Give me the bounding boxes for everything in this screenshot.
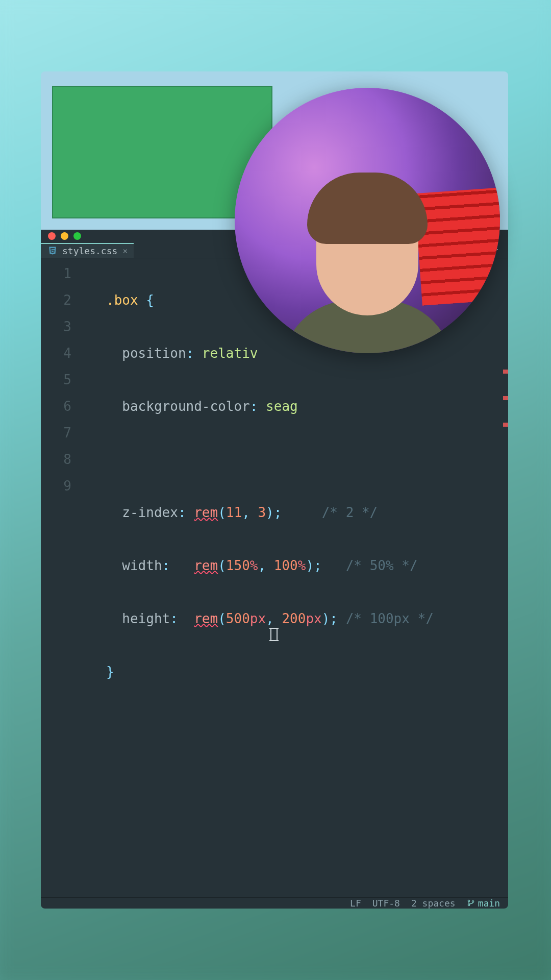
comment: /* 2 */ bbox=[322, 505, 378, 520]
git-branch-icon bbox=[467, 899, 475, 907]
number: 3 bbox=[258, 505, 266, 520]
close-window-button[interactable] bbox=[48, 232, 56, 240]
paren: ) bbox=[306, 558, 314, 573]
colon: : bbox=[170, 611, 194, 626]
colon: : bbox=[162, 558, 194, 573]
number: 100 bbox=[274, 558, 298, 573]
css-selector: .box bbox=[106, 292, 138, 308]
pad bbox=[338, 611, 346, 626]
status-encoding[interactable]: UTF-8 bbox=[372, 898, 400, 909]
brace: { bbox=[138, 292, 154, 308]
unit: % bbox=[250, 558, 258, 573]
paren: ( bbox=[218, 505, 226, 520]
text-cursor-icon bbox=[270, 628, 278, 641]
css-property: position bbox=[122, 346, 186, 361]
unit: % bbox=[298, 558, 306, 573]
error-marker[interactable] bbox=[503, 370, 508, 374]
comment: /* 100px */ bbox=[346, 611, 434, 626]
error-marker[interactable] bbox=[503, 423, 508, 427]
line-number: 2 bbox=[41, 287, 100, 313]
svg-point-0 bbox=[468, 900, 469, 902]
comma: , bbox=[258, 558, 273, 573]
code-content[interactable]: .box { position: relativ background-colo… bbox=[100, 258, 508, 897]
number: 500 bbox=[226, 611, 250, 626]
line-number: 5 bbox=[41, 366, 100, 393]
line-gutter: 1 2 3 4 5 6 7 8 9 bbox=[41, 258, 100, 897]
line-number: 8 bbox=[41, 446, 100, 473]
css-value: seag bbox=[266, 399, 298, 414]
semicolon: ; bbox=[314, 558, 322, 573]
traffic-lights bbox=[48, 232, 81, 240]
status-indent[interactable]: 2 spaces bbox=[411, 898, 456, 909]
webcam-overlay bbox=[235, 88, 500, 353]
colon: : bbox=[250, 399, 266, 414]
paren: ) bbox=[322, 611, 330, 626]
comma: , bbox=[242, 505, 258, 520]
tab-filename: styles.css bbox=[62, 246, 117, 256]
css-function: rem bbox=[194, 505, 218, 520]
maximize-window-button[interactable] bbox=[73, 232, 81, 240]
unit: px bbox=[250, 611, 266, 626]
status-bar: LF UTF-8 2 spaces main bbox=[41, 897, 508, 909]
unit: px bbox=[306, 611, 321, 626]
comment: /* 50% */ bbox=[346, 558, 418, 573]
minimize-window-button[interactable] bbox=[61, 232, 68, 240]
paren: ) bbox=[266, 505, 274, 520]
semicolon: ; bbox=[274, 505, 282, 520]
pad bbox=[322, 558, 346, 573]
css-property: height bbox=[122, 611, 170, 626]
semicolon: ; bbox=[330, 611, 338, 626]
number: 11 bbox=[226, 505, 242, 520]
number: 150 bbox=[226, 558, 250, 573]
colon: : bbox=[178, 505, 194, 520]
line-number: 7 bbox=[41, 420, 100, 446]
css-function: rem bbox=[194, 611, 218, 626]
file-tab[interactable]: styles.css × bbox=[41, 243, 134, 258]
paren: ( bbox=[218, 611, 226, 626]
error-marker[interactable] bbox=[503, 396, 508, 400]
number: 200 bbox=[282, 611, 306, 626]
colon: : bbox=[186, 346, 202, 361]
line-number: 1 bbox=[41, 260, 100, 287]
git-branch[interactable]: main bbox=[467, 898, 500, 909]
line-number: 6 bbox=[41, 393, 100, 420]
status-eol[interactable]: LF bbox=[350, 898, 361, 909]
css-function: rem bbox=[194, 558, 218, 573]
css-property: width bbox=[122, 558, 162, 573]
css-property: z-index bbox=[122, 505, 178, 520]
line-number: 9 bbox=[41, 473, 100, 499]
css-file-icon bbox=[48, 246, 57, 255]
paren: ( bbox=[218, 558, 226, 573]
css-value: relativ bbox=[202, 346, 258, 361]
css-property: background-color bbox=[122, 399, 249, 414]
comma: , bbox=[266, 611, 282, 626]
brace: } bbox=[106, 664, 114, 679]
close-tab-icon[interactable]: × bbox=[122, 246, 128, 256]
pad bbox=[282, 505, 321, 520]
presenter-silhouette bbox=[316, 193, 418, 315]
line-number: 3 bbox=[41, 313, 100, 340]
code-area[interactable]: 1 2 3 4 5 6 7 8 9 .box { position: relat… bbox=[41, 258, 508, 897]
line-number: 4 bbox=[41, 340, 100, 366]
branch-name: main bbox=[478, 898, 500, 909]
svg-point-1 bbox=[468, 904, 469, 906]
svg-point-2 bbox=[472, 901, 473, 902]
